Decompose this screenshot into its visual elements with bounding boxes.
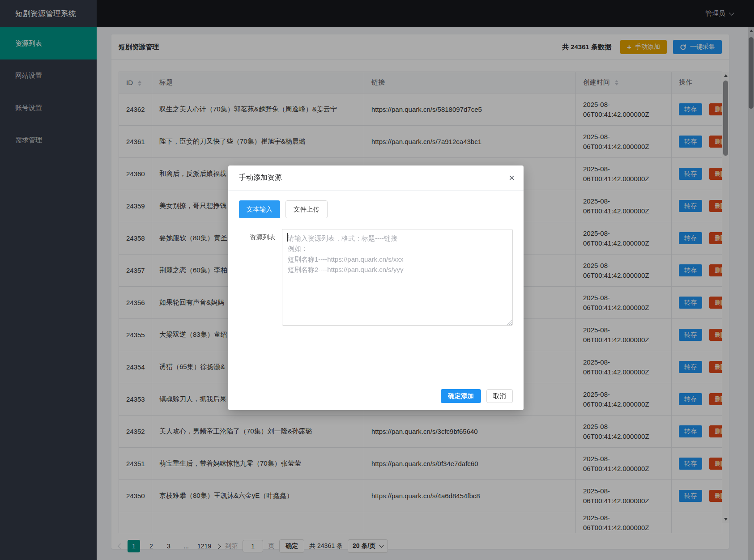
cancel-button[interactable]: 取消 (486, 389, 513, 403)
manual-add-modal: 手动添加资源 × 文本输入 文件上传 资源列表 确定添加 取消 (228, 165, 524, 410)
tab-text-input[interactable]: 文本输入 (239, 200, 280, 218)
resource-list-field: 资源列表 (239, 229, 513, 326)
close-icon[interactable]: × (509, 173, 515, 183)
modal-header: 手动添加资源 × (228, 165, 524, 191)
modal-body: 文本输入 文件上传 资源列表 (228, 191, 524, 335)
textarea-wrap (282, 229, 513, 326)
tab-file-upload[interactable]: 文件上传 (285, 200, 328, 218)
text-caret (287, 233, 288, 242)
modal-title: 手动添加资源 (239, 173, 282, 182)
modal-footer: 确定添加 取消 (441, 389, 513, 403)
resource-list-textarea[interactable] (282, 229, 513, 326)
resource-list-label: 资源列表 (239, 229, 282, 326)
modal-tabs: 文本输入 文件上传 (239, 200, 513, 218)
confirm-add-button[interactable]: 确定添加 (441, 389, 481, 403)
